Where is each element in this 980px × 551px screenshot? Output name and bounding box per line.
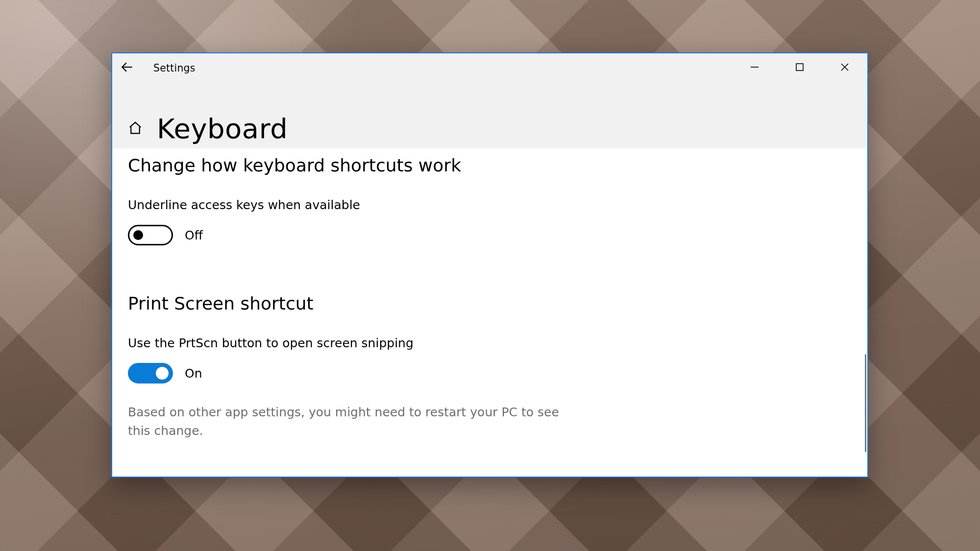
window-header: Settings Keyboard — [112, 53, 867, 148]
toggle-prtscn-snipping[interactable] — [128, 363, 173, 383]
close-icon — [840, 63, 849, 73]
section-heading-shortcuts: Change how keyboard shortcuts work — [128, 155, 852, 175]
option-label-prtscn-snipping: Use the PrtScn button to open screen sni… — [128, 336, 852, 350]
toggle-state-underline-access-keys: Off — [185, 228, 203, 242]
content-area: Change how keyboard shortcuts work Under… — [112, 148, 867, 477]
svg-rect-0 — [796, 64, 803, 71]
app-title: Settings — [153, 62, 196, 74]
back-button[interactable] — [112, 53, 142, 83]
page-title: Keyboard — [157, 113, 288, 144]
page-heading-row: Keyboard — [128, 113, 852, 144]
settings-window: Settings Keyboard — [111, 52, 868, 478]
toggle-row-underline-access-keys: Off — [128, 225, 852, 245]
section-heading-print-screen: Print Screen shortcut — [128, 293, 852, 313]
home-icon[interactable] — [128, 120, 143, 137]
option-label-underline-access-keys: Underline access keys when available — [128, 198, 852, 212]
minimize-button[interactable] — [732, 53, 777, 83]
toggle-row-prtscn-snipping: On — [128, 363, 852, 383]
toggle-knob — [156, 367, 169, 380]
maximize-icon — [795, 63, 804, 73]
close-button[interactable] — [822, 53, 867, 83]
toggle-state-prtscn-snipping: On — [185, 366, 202, 381]
toggle-knob — [133, 230, 143, 240]
minimize-icon — [750, 63, 759, 73]
restart-note: Based on other app settings, you might n… — [128, 403, 584, 440]
window-caption-buttons — [732, 53, 867, 83]
vertical-scrollbar[interactable] — [865, 354, 866, 452]
toggle-underline-access-keys[interactable] — [128, 225, 173, 245]
back-arrow-icon — [121, 61, 133, 75]
maximize-button[interactable] — [777, 53, 822, 83]
